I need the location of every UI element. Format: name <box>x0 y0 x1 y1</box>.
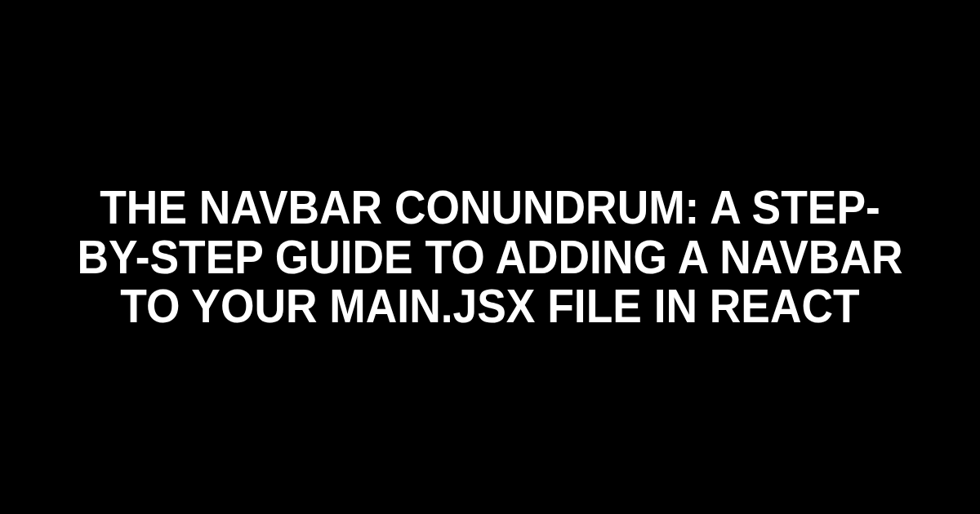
page-title: THE NAVBAR CONUNDRUM: A STEP-BY-STEP GUI… <box>39 183 941 332</box>
